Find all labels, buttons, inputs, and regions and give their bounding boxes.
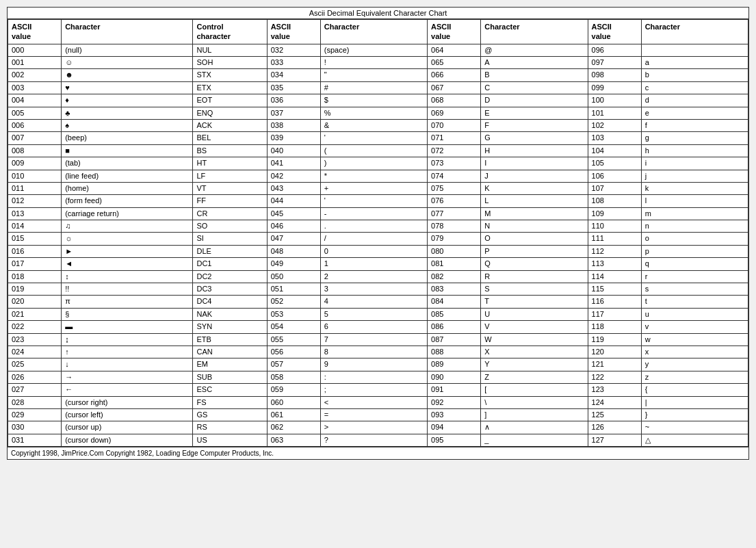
table-cell: 026 (8, 371, 62, 383)
table-cell: a (641, 56, 748, 68)
table-cell: 027 (8, 384, 62, 396)
col-char-3: Character (481, 20, 588, 44)
table-cell: ▬ (62, 321, 193, 333)
table-row: 024↑CAN0568088X120x (8, 345, 748, 358)
table-cell: y (641, 358, 748, 371)
table-cell: 096 (588, 44, 641, 56)
table-row: 009(tab)HT041)073I105i (8, 157, 748, 170)
table-cell: : (320, 371, 427, 383)
table-cell: " (320, 69, 427, 81)
table-cell: N (481, 220, 588, 233)
table-cell: 123 (588, 384, 641, 396)
table-cell: 106 (588, 170, 641, 182)
table-cell: @ (481, 44, 588, 56)
col-ascii-1: ASCIIvalue (8, 20, 62, 44)
table-cell: | (641, 396, 748, 408)
table-cell: 062 (267, 421, 320, 434)
table-cell: (carriage return) (62, 207, 193, 220)
table-cell: 003 (8, 81, 62, 94)
table-cell: 059 (267, 384, 320, 396)
table-row: 022▬SYN0546086V118v (8, 321, 748, 333)
table-cell: ► (62, 245, 193, 257)
table-cell: 095 (428, 434, 481, 446)
table-cell: 097 (588, 56, 641, 68)
table-row: 031(cursor down)US063?095_127△ (8, 434, 748, 446)
table-cell: 039 (267, 132, 320, 144)
table-cell: c (641, 81, 748, 94)
table-cell: 012 (8, 195, 62, 207)
table-cell: o (641, 233, 748, 245)
table-cell: . (320, 220, 427, 233)
table-cell: W (481, 333, 588, 345)
table-cell: BS (193, 144, 267, 157)
table-cell: (form feed) (62, 195, 193, 207)
table-cell: 111 (588, 233, 641, 245)
table-cell: DC3 (193, 283, 267, 296)
table-cell: (beep) (62, 132, 193, 144)
table-cell: & (320, 119, 427, 131)
table-cell: i (641, 157, 748, 170)
table-cell: g (641, 132, 748, 144)
table-cell: FS (193, 396, 267, 408)
table-cell: 102 (588, 119, 641, 131)
table-cell: GS (193, 408, 267, 421)
table-cell: E (481, 107, 588, 119)
table-cell: J (481, 170, 588, 182)
table-row: 017◄DC10491081Q113q (8, 258, 748, 270)
table-cell: 117 (588, 308, 641, 320)
table-cell: 036 (267, 94, 320, 107)
table-cell: ☺ (62, 56, 193, 68)
table-cell: 121 (588, 358, 641, 371)
table-cell: ← (62, 384, 193, 396)
table-cell: 025 (8, 358, 62, 371)
table-cell: 118 (588, 321, 641, 333)
table-cell: 112 (588, 245, 641, 257)
table-cell: 058 (267, 371, 320, 383)
table-cell: (cursor left) (62, 408, 193, 421)
table-cell: F (481, 119, 588, 131)
table-cell: 092 (428, 396, 481, 408)
table-cell: 044 (267, 195, 320, 207)
table-cell: NUL (193, 44, 267, 56)
table-cell: 047 (267, 233, 320, 245)
table-cell: r (641, 270, 748, 283)
table-cell: h (641, 144, 748, 157)
table-cell: 110 (588, 220, 641, 233)
table-cell: 090 (428, 371, 481, 383)
table-cell: 040 (267, 144, 320, 157)
table-cell: 101 (588, 107, 641, 119)
table-row: 001☺SOH033!065A097a (8, 56, 748, 68)
table-cell (641, 44, 748, 56)
table-cell: 086 (428, 321, 481, 333)
table-cell: 116 (588, 296, 641, 308)
table-cell: 084 (428, 296, 481, 308)
col-ascii-4: ASCIIvalue (588, 20, 641, 44)
table-cell: (tab) (62, 157, 193, 170)
table-cell: ♠ (62, 119, 193, 131)
table-cell: 075 (428, 182, 481, 194)
table-cell: SO (193, 220, 267, 233)
table-cell: 018 (8, 270, 62, 283)
table-cell: 126 (588, 421, 641, 434)
table-cell: m (641, 207, 748, 220)
table-cell: { (641, 384, 748, 396)
table-cell: 016 (8, 245, 62, 257)
table-row: 018↕DC20502082R114r (8, 270, 748, 283)
table-cell: K (481, 182, 588, 194)
table-cell: x (641, 345, 748, 358)
table-cell: 115 (588, 283, 641, 296)
table-row: 028(cursor right)FS060<092\124| (8, 396, 748, 408)
table-cell: = (320, 408, 427, 421)
table-row: 004♦EOT036$068D100d (8, 94, 748, 107)
table-cell: O (481, 233, 588, 245)
table-cell: ♦ (62, 94, 193, 107)
table-row: 000(null)NUL032(space)064@096 (8, 44, 748, 56)
table-cell: 045 (267, 207, 320, 220)
table-cell: 072 (428, 144, 481, 157)
table-cell: SYN (193, 321, 267, 333)
table-cell: 9 (320, 358, 427, 371)
table-row: 029(cursor left)GS061=093]125} (8, 408, 748, 421)
table-cell: > (320, 421, 427, 434)
table-cell: 015 (8, 233, 62, 245)
table-cell: k (641, 182, 748, 194)
